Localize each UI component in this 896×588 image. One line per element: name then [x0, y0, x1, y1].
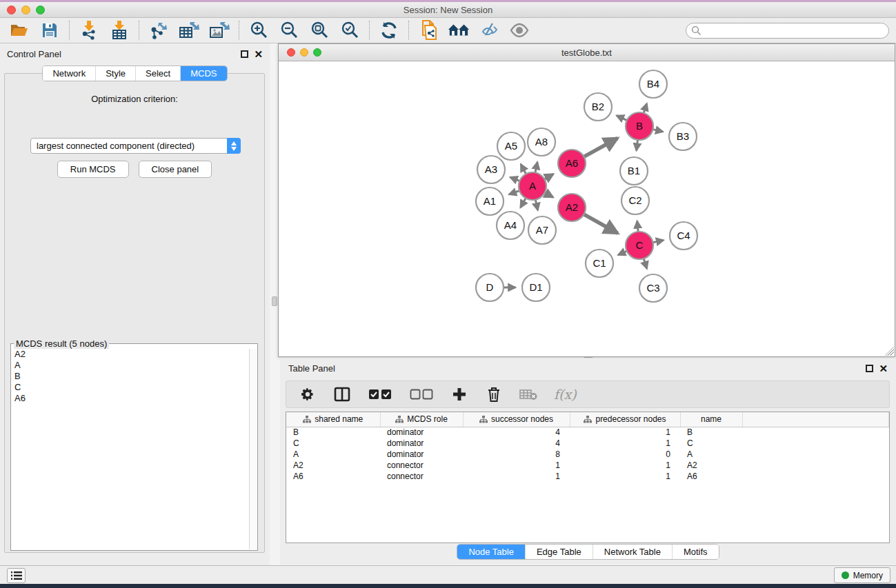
node-B3[interactable]: B3	[669, 123, 697, 150]
clone-network-icon[interactable]	[417, 20, 439, 41]
hide-labels-icon[interactable]	[478, 20, 500, 41]
edge-A-A4[interactable]	[521, 198, 526, 207]
column-header-successor-nodes[interactable]: successor nodes	[463, 412, 570, 427]
criterion-dropdown[interactable]: largest connected component (directed)	[30, 138, 241, 154]
node-C2[interactable]: C2	[621, 187, 649, 214]
select-all-icon[interactable]	[368, 385, 392, 403]
function-builder-icon[interactable]: f(x)	[554, 387, 577, 402]
edge-A2-C[interactable]	[584, 214, 617, 233]
import-network-icon[interactable]	[78, 20, 100, 41]
node-D[interactable]: D	[476, 274, 504, 301]
edge-A6-B[interactable]	[584, 139, 618, 157]
export-table-icon[interactable]	[178, 20, 200, 41]
edge-A-A7[interactable]	[535, 200, 537, 210]
search-input[interactable]	[686, 23, 889, 39]
edge-A-A5[interactable]	[521, 164, 526, 174]
edge-C-C3[interactable]	[644, 258, 647, 269]
open-file-icon[interactable]	[8, 20, 30, 41]
node-A[interactable]: A	[519, 172, 546, 200]
apply-layout-icon[interactable]	[378, 20, 400, 41]
table-cell[interactable]: connector	[380, 460, 463, 471]
edge-B-B2[interactable]	[617, 116, 627, 121]
table-cell[interactable]: 1	[570, 471, 680, 482]
tab-style[interactable]: Style	[95, 66, 135, 81]
deselect-all-icon[interactable]	[409, 385, 434, 403]
table-cell[interactable]: connector	[380, 471, 463, 482]
node-A1[interactable]: A1	[476, 187, 504, 215]
network-canvas[interactable]: AA1A2A3A4A5A6A7A8BB1B2B3B4CC1C2C3C4DD1	[279, 61, 895, 356]
table-cell[interactable]: A6	[286, 471, 380, 482]
edge-C-C4[interactable]	[653, 240, 664, 242]
table-cell[interactable]: 0	[570, 449, 680, 460]
tab-network[interactable]: Network	[43, 66, 95, 81]
edge-A-A2[interactable]	[545, 193, 553, 198]
node-C4[interactable]: C4	[670, 222, 697, 250]
export-network-icon[interactable]	[148, 20, 170, 41]
table-cell[interactable]: dominator	[380, 427, 463, 438]
zoom-out-icon[interactable]	[278, 20, 300, 41]
table-row[interactable]: A6connector11A6	[286, 471, 889, 482]
table-cell[interactable]: A2	[680, 460, 742, 471]
tab-network-table[interactable]: Network Table	[593, 545, 672, 559]
mcds-result-item[interactable]: A2	[12, 349, 249, 360]
table-cell[interactable]: 8	[463, 449, 570, 460]
mcds-result-item[interactable]: C	[12, 382, 249, 393]
column-header-predecessor-nodes[interactable]: predecessor nodes	[570, 412, 680, 427]
tab-mcds[interactable]: MCDS	[180, 66, 226, 81]
column-header-MCDS-role[interactable]: MCDS role	[380, 412, 463, 427]
node-B1[interactable]: B1	[620, 157, 648, 185]
table-cell[interactable]: A2	[286, 460, 380, 471]
node-A8[interactable]: A8	[528, 128, 555, 156]
edge-B-B4[interactable]	[644, 103, 646, 113]
float-panel-icon[interactable]	[241, 50, 248, 58]
table-options-icon[interactable]	[299, 385, 317, 403]
zoom-fit-icon[interactable]	[308, 20, 330, 41]
table-cell[interactable]: 1	[463, 460, 570, 471]
edge-A-A1[interactable]	[509, 191, 519, 194]
edge-B-B1[interactable]	[637, 140, 638, 151]
table-cell[interactable]: C	[286, 438, 380, 449]
show-columns-icon[interactable]	[333, 385, 351, 403]
node-A5[interactable]: A5	[497, 132, 525, 160]
table-cell[interactable]: 1	[570, 438, 680, 449]
table-cell[interactable]: 1	[463, 471, 570, 482]
import-table-icon[interactable]	[108, 20, 130, 41]
close-panel-icon[interactable]: ✕	[254, 50, 263, 58]
delete-table-icon[interactable]	[519, 385, 537, 403]
edge-C-C2[interactable]	[637, 221, 638, 232]
node-C1[interactable]: C1	[586, 250, 613, 277]
table-cell[interactable]: dominator	[380, 438, 463, 449]
table-cell[interactable]: B	[680, 427, 742, 438]
node-A6[interactable]: A6	[558, 150, 586, 177]
mcds-result-item[interactable]: A	[12, 360, 249, 371]
table-cell[interactable]: A	[286, 449, 380, 460]
node-A7[interactable]: A7	[528, 216, 556, 244]
tab-node-table[interactable]: Node Table	[457, 545, 525, 559]
node-A4[interactable]: A4	[497, 212, 524, 239]
table-row[interactable]: Adominator80A	[286, 449, 889, 460]
tab-motifs[interactable]: Motifs	[672, 545, 719, 559]
mcds-result-item[interactable]: A6	[12, 393, 249, 404]
node-D1[interactable]: D1	[522, 274, 550, 301]
network-window-titlebar[interactable]: testGlobe.txt	[279, 44, 895, 61]
close-panel-button[interactable]: Close panel	[139, 161, 212, 178]
export-image-icon[interactable]	[208, 20, 230, 41]
table-row[interactable]: Cdominator41C	[286, 438, 889, 449]
save-session-icon[interactable]	[39, 20, 61, 41]
node-B4[interactable]: B4	[639, 70, 667, 98]
mcds-result-item[interactable]: B	[12, 371, 249, 382]
edge-A-A3[interactable]	[510, 177, 520, 181]
table-cell[interactable]: 1	[570, 460, 680, 471]
node-B[interactable]: B	[626, 112, 653, 140]
table-cell[interactable]: C	[680, 438, 742, 449]
table-row[interactable]: Bdominator41B	[286, 427, 889, 438]
column-header-name[interactable]: name	[680, 412, 742, 427]
home-pages-icon[interactable]	[448, 20, 470, 41]
table-cell[interactable]: 1	[570, 427, 680, 438]
close-table-panel-icon[interactable]: ✕	[879, 365, 888, 372]
edge-B-B3[interactable]	[653, 130, 663, 132]
edge-C-C1[interactable]	[618, 251, 627, 255]
tab-edge-table[interactable]: Edge Table	[525, 545, 593, 559]
delete-column-icon[interactable]	[485, 385, 503, 403]
column-header-shared-name[interactable]: shared name	[286, 412, 380, 427]
